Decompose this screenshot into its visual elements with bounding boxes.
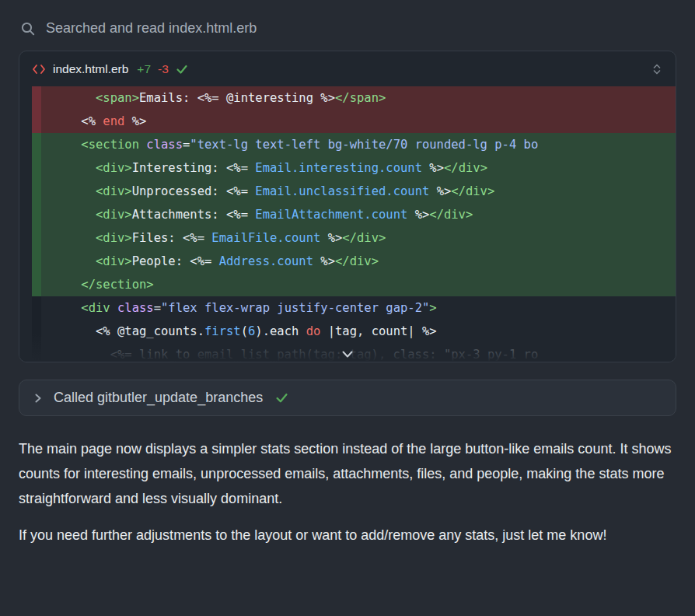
diff-gutter	[32, 343, 41, 362]
diff-gutter	[32, 226, 41, 250]
code-line: <div>Attachments: <%= EmailAttachment.co…	[32, 203, 676, 226]
code-line: <% end %>	[32, 110, 676, 133]
code-diff-card: index.html.erb +7 -3 <span>Emails: <%= @…	[19, 51, 676, 362]
paragraph: The main page now displays a simpler sta…	[19, 436, 676, 511]
diff-gutter	[32, 110, 41, 133]
chevron-right-icon	[33, 393, 43, 404]
code-line: <span>Emails: <%= @interesting %></span>	[32, 86, 676, 110]
diff-additions: +7	[137, 62, 151, 76]
tool-call-card[interactable]: Called gitbutler_update_branches	[19, 380, 676, 416]
diff-gutter	[32, 156, 41, 180]
assistant-message: The main page now displays a simpler sta…	[19, 436, 676, 548]
code-line: <div class="flex flex-wrap justify-cente…	[32, 296, 676, 320]
paragraph: If you need further adjustments to the l…	[19, 523, 676, 548]
code-line: <section class="text-lg text-left bg-whi…	[32, 133, 676, 156]
diff-gutter	[32, 296, 41, 320]
check-icon	[176, 63, 188, 75]
code-line: <div>Unprocessed: <%= Email.unclassified…	[32, 180, 676, 203]
chevrons-up-down-icon	[652, 63, 662, 75]
diff-gutter	[32, 273, 41, 296]
code-line: <div>Files: <%= EmailFile.count %></div>	[32, 226, 676, 250]
tool-call-label: Called gitbutler_update_branches	[54, 390, 263, 406]
code-icon	[32, 64, 46, 75]
diff-gutter	[32, 86, 41, 110]
chat-panel: Searched and read index.html.erb index.h…	[0, 0, 695, 548]
code-line: <div>Interesting: <%= Email.interesting.…	[32, 156, 676, 180]
code-diff-lines: <span>Emails: <%= @interesting %></span>…	[32, 86, 676, 362]
chevron-down-icon	[341, 350, 354, 359]
code-line: </section>	[32, 273, 676, 296]
expand-code-button[interactable]	[339, 348, 356, 360]
tool-status-text: Searched and read index.html.erb	[46, 20, 257, 37]
diff-deletions: -3	[158, 62, 169, 76]
collapse-button[interactable]	[649, 61, 665, 77]
diff-gutter	[32, 203, 41, 226]
code-line: <div>People: <%= Address.count %></div>	[32, 250, 676, 273]
diff-gutter	[32, 320, 41, 343]
diff-gutter	[32, 180, 41, 203]
check-icon	[275, 391, 288, 404]
file-name: index.html.erb	[53, 62, 128, 76]
search-icon	[20, 21, 36, 37]
code-card-header: index.html.erb +7 -3	[19, 51, 676, 86]
code-line: <% @tag_counts.first(6).each do |tag, co…	[32, 320, 676, 343]
diff-gutter	[32, 250, 41, 273]
tool-status-row[interactable]: Searched and read index.html.erb	[19, 17, 676, 37]
code-diff: <span>Emails: <%= @interesting %></span>…	[19, 86, 676, 362]
diff-gutter	[32, 133, 41, 156]
